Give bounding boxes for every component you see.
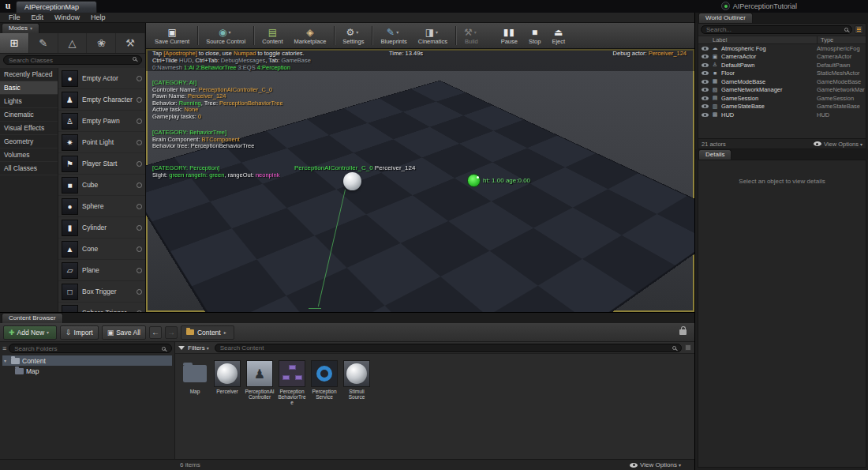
menu-window[interactable]: Window	[49, 13, 85, 21]
content-button[interactable]: ▤Content	[256, 23, 288, 49]
asset-tile[interactable]: Perception Service	[309, 360, 339, 400]
outliner-row[interactable]: ☁Atmospheric FogAtmosphericFog	[698, 44, 866, 53]
place-item-plane[interactable]: ▱Plane	[58, 260, 145, 281]
stop-button[interactable]: ■Stop	[523, 23, 546, 49]
folder-content[interactable]: ▾ Content	[2, 355, 172, 366]
level-tab[interactable]: AIPerceptionMap	[16, 1, 97, 13]
menu-help[interactable]: Help	[85, 13, 111, 21]
category-visual-effects[interactable]: Visual Effects	[0, 122, 58, 135]
drag-handle-icon[interactable]	[137, 268, 142, 273]
asset-tile[interactable]: Map	[180, 360, 210, 394]
back-button[interactable]: ←	[149, 326, 162, 339]
search-folders-input[interactable]	[9, 344, 172, 353]
save-search-icon[interactable]	[685, 344, 691, 351]
menu-edit[interactable]: Edit	[26, 13, 50, 21]
place-item-player-start[interactable]: ⚑Player Start	[58, 153, 145, 175]
folder-map[interactable]: Map	[2, 366, 172, 376]
place-mode-button[interactable]: ⊞	[0, 33, 29, 53]
outliner-row[interactable]: ▥GameStateBaseGameStateBase	[698, 103, 866, 111]
outliner-row[interactable]: ▦GameModeBaseGameModeBase	[698, 77, 866, 86]
cinematics-button[interactable]: ◨▾Cinematics	[413, 23, 453, 49]
place-item-cone[interactable]: ▲Cone	[58, 239, 145, 260]
visibility-eye-icon[interactable]	[702, 55, 709, 58]
visibility-eye-icon[interactable]	[702, 47, 709, 51]
outliner-row[interactable]: ■FloorStaticMeshActor	[698, 70, 866, 78]
visibility-eye-icon[interactable]	[702, 113, 709, 117]
asset-tile[interactable]: Perceiver	[212, 360, 242, 394]
asset-tile[interactable]: Perception BehaviorTree	[277, 360, 307, 405]
outliner-filter-icon[interactable]	[855, 25, 863, 34]
drag-handle-icon[interactable]	[137, 204, 142, 209]
paint-mode-button[interactable]: ✎	[29, 33, 58, 53]
visibility-eye-icon[interactable]	[702, 88, 709, 92]
place-item-empty-pawn[interactable]: ♙Empty Pawn	[58, 111, 145, 132]
outliner-view-options[interactable]: View Options	[824, 141, 859, 148]
eject-button[interactable]: ⏏Eject	[546, 23, 571, 49]
category-basic[interactable]: Basic	[0, 81, 58, 95]
outliner-row[interactable]: ▤GameSessionGameSession	[698, 94, 866, 103]
import-button[interactable]: ⇩Import	[60, 325, 99, 340]
place-item-empty-actor[interactable]: ●Empty Actor	[58, 68, 145, 89]
visibility-eye-icon[interactable]	[702, 80, 709, 84]
build-button[interactable]: ⚒▾Build	[458, 23, 485, 49]
place-item-cube[interactable]: ■Cube	[58, 175, 145, 196]
tab-details[interactable]: Details	[698, 149, 731, 160]
visibility-eye-icon[interactable]	[702, 71, 709, 75]
pause-button[interactable]: ▮▮Pause	[496, 23, 523, 49]
menu-file[interactable]: File	[3, 13, 26, 21]
filter-funnel-icon[interactable]	[178, 346, 185, 350]
drag-handle-icon[interactable]	[137, 182, 142, 188]
outliner-row[interactable]: ▧GameNetworkManagerGameNetworkMar	[698, 86, 866, 95]
outliner-search-input[interactable]	[701, 25, 852, 34]
place-item-sphere-trigger[interactable]: ○Sphere Trigger	[58, 303, 145, 312]
place-item-cylinder[interactable]: ▮Cylinder	[58, 217, 145, 239]
category-lights[interactable]: Lights	[0, 95, 58, 108]
category-cinematic[interactable]: Cinematic	[0, 108, 58, 122]
level-viewport[interactable]: Tap [Apostrophe] to close, use Numpad to…	[146, 49, 694, 312]
tab-modes[interactable]: Modes ▾	[2, 23, 39, 33]
drag-handle-icon[interactable]	[137, 118, 142, 124]
source-control-button[interactable]: ◉▾Source Control	[200, 23, 251, 49]
save-current-button[interactable]: ▣Save Current	[149, 23, 195, 49]
outliner-row[interactable]: ▩HUDHUD	[698, 111, 866, 119]
drag-handle-icon[interactable]	[137, 289, 142, 295]
forward-button[interactable]: →	[165, 326, 178, 339]
visibility-eye-icon[interactable]	[702, 104, 709, 108]
sources-toggle-icon[interactable]: ≡	[2, 344, 6, 352]
place-item-box-trigger[interactable]: □Box Trigger	[58, 281, 145, 303]
search-classes-input[interactable]	[3, 55, 142, 65]
landscape-mode-button[interactable]: △	[58, 33, 88, 53]
lock-icon[interactable]	[679, 329, 687, 335]
cb-view-options[interactable]: View Options ▾	[630, 461, 683, 468]
save-all-button[interactable]: ▣Save All	[102, 325, 146, 340]
perceiver-pawn-sphere[interactable]	[343, 172, 361, 190]
place-item-empty-character[interactable]: ♟Empty Character	[58, 89, 145, 111]
asset-tile[interactable]: ♟ PerceptionAI Controller	[245, 360, 275, 400]
chevron-down-icon[interactable]: ▾	[4, 358, 9, 363]
filters-button[interactable]: Filters▾	[188, 344, 211, 352]
foliage-mode-button[interactable]: ❀	[87, 33, 116, 53]
column-label[interactable]: Label	[698, 36, 817, 43]
tab-world-outliner[interactable]: World Outliner	[698, 13, 753, 23]
search-content-input[interactable]	[215, 344, 682, 352]
outliner-row[interactable]: ♙DefaultPawnDefaultPawn	[698, 61, 866, 70]
drag-handle-icon[interactable]	[137, 161, 142, 167]
category-volumes[interactable]: Volumes	[0, 149, 58, 162]
drag-handle-icon[interactable]	[137, 97, 142, 103]
category-geometry[interactable]: Geometry	[0, 135, 58, 149]
geometry-mode-button[interactable]: ⚒	[116, 33, 145, 53]
place-item-point-light[interactable]: ✷Point Light	[58, 132, 145, 153]
place-item-sphere[interactable]: ●Sphere	[58, 196, 145, 217]
visibility-eye-icon[interactable]	[702, 63, 709, 67]
column-type[interactable]: Type	[817, 36, 866, 43]
blueprints-button[interactable]: ✎▾Blueprints	[375, 23, 412, 49]
drag-handle-icon[interactable]	[137, 246, 142, 252]
add-new-button[interactable]: ✚Add New▾	[3, 325, 57, 340]
breadcrumb[interactable]: Content ▸	[181, 325, 234, 340]
visibility-eye-icon[interactable]	[702, 96, 709, 100]
settings-button[interactable]: ⚙▾Settings	[337, 23, 369, 49]
outliner-row[interactable]: ▣CameraActorCameraActor	[698, 53, 866, 62]
drag-handle-icon[interactable]	[137, 225, 142, 231]
category-recently-placed[interactable]: Recently Placed	[0, 68, 58, 81]
asset-tile[interactable]: Stimuli Source	[342, 360, 372, 400]
